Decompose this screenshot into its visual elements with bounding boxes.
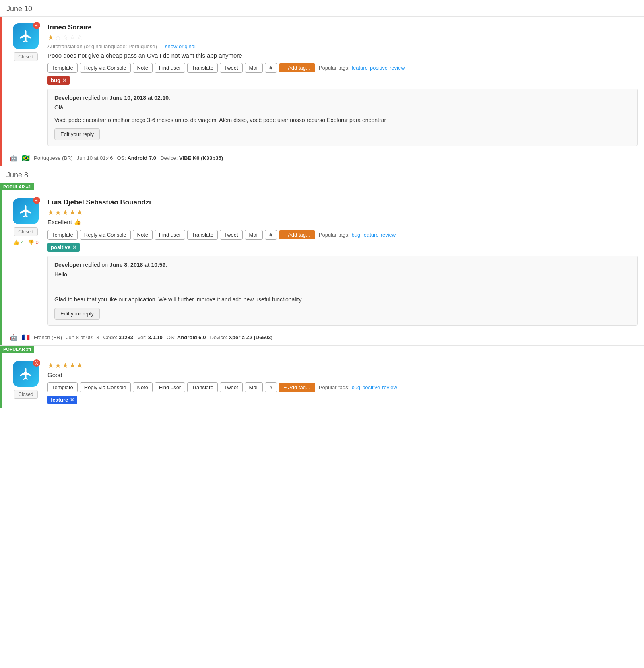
- closed-badge: Closed: [14, 390, 37, 399]
- action-btn-template[interactable]: Template: [47, 230, 78, 240]
- action-btn-template[interactable]: Template: [47, 63, 78, 73]
- review-left-column: % Closed: [10, 23, 42, 150]
- add-tag-button[interactable]: + Add tag...: [279, 63, 315, 72]
- popular-tags-label: Popular tags:: [319, 65, 350, 71]
- action-btn-mail[interactable]: Mail: [245, 382, 263, 392]
- star-icon: ★: [55, 208, 61, 217]
- action-btn-template[interactable]: Template: [47, 382, 78, 392]
- popular-badge: POPULAR #1: [0, 183, 34, 190]
- review-content: Luis Djebel Sebastião Bouandzi★★★★★Excel…: [47, 198, 638, 330]
- review-card: POPULAR #4 % Closed★★★★★GoodTemplateRepl…: [0, 346, 644, 408]
- popular-tag-feature[interactable]: feature: [351, 65, 367, 71]
- tag-chip-positive: positive ✕: [47, 243, 80, 252]
- footer-device: Device: Xperia Z2 (D6503): [210, 334, 272, 340]
- action-btn-tweet[interactable]: Tweet: [220, 382, 243, 392]
- action-btn-find-user[interactable]: Find user: [155, 230, 185, 240]
- action-btn-translate[interactable]: Translate: [187, 230, 218, 240]
- star-icon: ★: [47, 208, 54, 217]
- left-bar: [0, 183, 2, 345]
- notification-dot: %: [33, 197, 40, 204]
- reviewer-name: Irineo Soraire: [47, 23, 638, 31]
- review-card: % ClosedIrineo Soraire★☆☆☆☆ Autotranslat…: [0, 17, 644, 166]
- tag-remove-btn[interactable]: ✕: [62, 78, 66, 83]
- action-btn-#[interactable]: #: [265, 230, 277, 240]
- reply-date: June 10, 2018 at 02:10: [109, 95, 169, 101]
- popular-tag-positive[interactable]: positive: [370, 65, 388, 71]
- developer-label: Developer: [54, 262, 82, 268]
- action-btn-find-user[interactable]: Find user: [155, 63, 185, 73]
- date-header: June 10: [0, 0, 644, 17]
- star-icon: ★: [76, 208, 83, 217]
- android-icon: 🤖: [10, 154, 18, 162]
- tag-remove-btn[interactable]: ✕: [70, 397, 74, 403]
- app-icon: %: [13, 23, 39, 49]
- star-icon: ★: [62, 208, 68, 217]
- action-btn-note[interactable]: Note: [133, 382, 153, 392]
- action-btn-translate[interactable]: Translate: [187, 382, 218, 392]
- action-btn-note[interactable]: Note: [133, 230, 153, 240]
- reply-text: Hello!: [54, 270, 631, 279]
- review-left-column: % Closed 👍 4 👎 0: [10, 198, 42, 330]
- review-text: Excellent 👍: [47, 219, 638, 226]
- airplane-icon: [19, 29, 33, 43]
- action-btn-tweet[interactable]: Tweet: [220, 63, 243, 73]
- popular-tags-label: Popular tags:: [319, 384, 350, 390]
- reply-box: Developer replied on June 8, 2018 at 10:…: [47, 256, 638, 326]
- reply-text: Você pode encontrar o melhor preço 3-6 m…: [54, 116, 631, 124]
- star-icon: ☆: [69, 33, 76, 42]
- action-btn-#[interactable]: #: [265, 382, 277, 392]
- tag-chip-bug: bug ✕: [47, 76, 70, 85]
- developer-label: Developer: [54, 95, 82, 101]
- closed-badge: Closed: [14, 52, 37, 61]
- notification-dot: %: [33, 359, 40, 367]
- review-footer: 🤖🇧🇷Portuguese (BR)Jun 10 at 01:46OS: And…: [6, 150, 638, 166]
- star-rating: ★★★★★: [47, 208, 638, 217]
- reviewer-name: Luis Djebel Sebastião Bouandzi: [47, 198, 638, 206]
- reply-box: Developer replied on June 10, 2018 at 02…: [47, 89, 638, 146]
- action-btn-reply-via-console[interactable]: Reply via Console: [80, 382, 131, 392]
- action-btn-mail[interactable]: Mail: [245, 230, 263, 240]
- footer-os: OS: Android 7.0: [117, 155, 156, 161]
- footer-flag: 🇫🇷: [22, 334, 30, 341]
- reply-text: [54, 283, 631, 291]
- popular-tag-review[interactable]: review: [381, 232, 396, 238]
- popular-tag-positive[interactable]: positive: [362, 384, 380, 390]
- edit-reply-button[interactable]: Edit your reply: [54, 128, 100, 140]
- action-btn-#[interactable]: #: [265, 63, 277, 73]
- action-buttons-row: TemplateReply via ConsoleNoteFind userTr…: [47, 382, 638, 392]
- add-tag-button[interactable]: + Add tag...: [279, 230, 315, 239]
- action-btn-note[interactable]: Note: [133, 63, 153, 73]
- vote-row: 👍 4 👎 0: [13, 239, 39, 245]
- app-icon: %: [13, 361, 39, 387]
- android-icon: 🤖: [10, 334, 18, 341]
- left-bar: [0, 346, 2, 408]
- footer-lang: Portuguese (BR): [34, 155, 73, 161]
- show-original-link[interactable]: show original: [165, 43, 196, 49]
- reply-header: Developer replied on June 10, 2018 at 02…: [54, 95, 631, 101]
- reply-text: Olá!: [54, 103, 631, 112]
- popular-tag-review[interactable]: review: [382, 384, 397, 390]
- review-left-column: % Closed: [10, 361, 42, 408]
- star-icon: ★: [62, 361, 68, 370]
- star-icon: ★: [69, 361, 76, 370]
- date-header: June 8: [0, 166, 644, 183]
- star-rating: ★☆☆☆☆: [47, 33, 638, 42]
- action-btn-mail[interactable]: Mail: [245, 63, 263, 73]
- action-btn-reply-via-console[interactable]: Reply via Console: [80, 230, 131, 240]
- review-content: ★★★★★GoodTemplateReply via ConsoleNoteFi…: [47, 361, 638, 408]
- tag-remove-btn[interactable]: ✕: [72, 245, 76, 250]
- action-btn-find-user[interactable]: Find user: [155, 382, 185, 392]
- popular-tag-bug[interactable]: bug: [351, 232, 360, 238]
- popular-tag-review[interactable]: review: [390, 65, 405, 71]
- action-btn-translate[interactable]: Translate: [187, 63, 218, 73]
- closed-badge: Closed: [14, 227, 37, 236]
- action-btn-reply-via-console[interactable]: Reply via Console: [80, 63, 131, 73]
- action-btn-tweet[interactable]: Tweet: [220, 230, 243, 240]
- popular-tag-feature[interactable]: feature: [362, 232, 378, 238]
- star-icon: ★: [47, 33, 54, 42]
- edit-reply-button[interactable]: Edit your reply: [54, 308, 100, 320]
- add-tag-button[interactable]: + Add tag...: [279, 383, 315, 392]
- popular-tag-bug[interactable]: bug: [351, 384, 360, 390]
- footer-lang: French (FR): [34, 334, 62, 340]
- star-rating: ★★★★★: [47, 361, 638, 370]
